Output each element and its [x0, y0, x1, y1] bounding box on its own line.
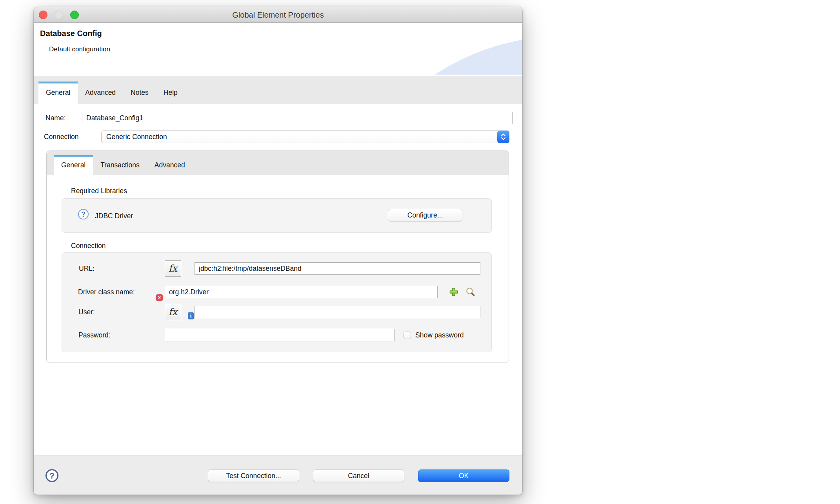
global-element-properties-dialog: Global Element Properties Database Confi…	[34, 7, 522, 495]
driver-class-field-label: Driver class name:	[78, 286, 135, 298]
connection-select[interactable]: Generic Connection	[101, 131, 509, 143]
name-input[interactable]	[82, 112, 513, 124]
window-title: Global Element Properties	[34, 7, 522, 23]
dialog-header: Database Config Default configuration	[34, 23, 522, 75]
required-libraries-title: Required Libraries	[71, 187, 127, 195]
connection-field-label: Connection	[44, 131, 79, 143]
decorative-swoosh-inner	[329, 36, 522, 75]
connection-selected-value: Generic Connection	[106, 131, 167, 143]
test-connection-button[interactable]: Test Connection...	[208, 470, 299, 482]
page-subtitle: Default configuration	[49, 45, 110, 53]
outer-tabs: General Advanced Notes Help	[38, 82, 185, 104]
inner-tabbar: General Transactions Advanced	[47, 151, 509, 175]
tab-help[interactable]: Help	[156, 82, 185, 104]
tab-inner-advanced[interactable]: Advanced	[147, 155, 193, 175]
cancel-button[interactable]: Cancel	[313, 470, 404, 482]
jdbc-driver-label: JDBC Driver	[95, 199, 133, 233]
tab-notes[interactable]: Notes	[123, 82, 156, 104]
tab-advanced[interactable]: Advanced	[78, 82, 123, 104]
configure-button[interactable]: Configure...	[388, 209, 462, 221]
add-driver-icon[interactable]	[449, 287, 459, 297]
error-badge-icon: x	[156, 294, 163, 301]
help-icon[interactable]: ?	[45, 469, 58, 482]
connection-box: URL: fx Driver class name: x	[62, 252, 492, 352]
fx-icon: fx	[169, 263, 177, 274]
url-expression-button[interactable]: fx	[165, 260, 181, 277]
general-tab-content: Name: Connection Generic Connection Gene…	[34, 104, 522, 455]
user-input[interactable]	[195, 306, 480, 318]
info-badge-icon: i	[188, 312, 194, 319]
dialog-footer: ? Test Connection... Cancel OK	[34, 455, 522, 495]
ok-button[interactable]: OK	[418, 470, 509, 482]
outer-tabbar: General Advanced Notes Help	[34, 76, 522, 104]
password-input[interactable]	[165, 329, 395, 341]
user-expression-button[interactable]: fx	[165, 304, 181, 320]
driver-class-input[interactable]	[165, 286, 438, 298]
connection-section-title: Connection	[71, 242, 106, 250]
jdbc-help-icon[interactable]: ?	[78, 209, 89, 219]
url-input[interactable]	[195, 262, 480, 275]
screen: Global Element Properties Database Confi…	[0, 0, 840, 504]
password-field-label: Password:	[78, 329, 111, 341]
name-field-label: Name:	[45, 112, 66, 124]
user-field-label: User:	[78, 306, 95, 318]
inner-tabs: General Transactions Advanced	[54, 155, 193, 175]
window-titlebar[interactable]: Global Element Properties	[34, 7, 522, 23]
search-driver-icon[interactable]	[465, 287, 475, 297]
show-password-checkbox[interactable]	[404, 332, 411, 339]
tab-general[interactable]: General	[38, 82, 78, 104]
chevron-updown-icon	[497, 131, 509, 143]
required-libraries-box: ? JDBC Driver Configure...	[62, 198, 492, 233]
tab-inner-transactions[interactable]: Transactions	[93, 155, 147, 175]
url-field-label: URL:	[79, 262, 95, 275]
show-password-label: Show password	[415, 329, 464, 341]
tab-inner-general[interactable]: General	[54, 155, 93, 175]
page-title: Database Config	[40, 29, 102, 38]
fx-icon: fx	[169, 306, 177, 317]
connection-config-panel: General Transactions Advanced Required L…	[46, 150, 509, 363]
